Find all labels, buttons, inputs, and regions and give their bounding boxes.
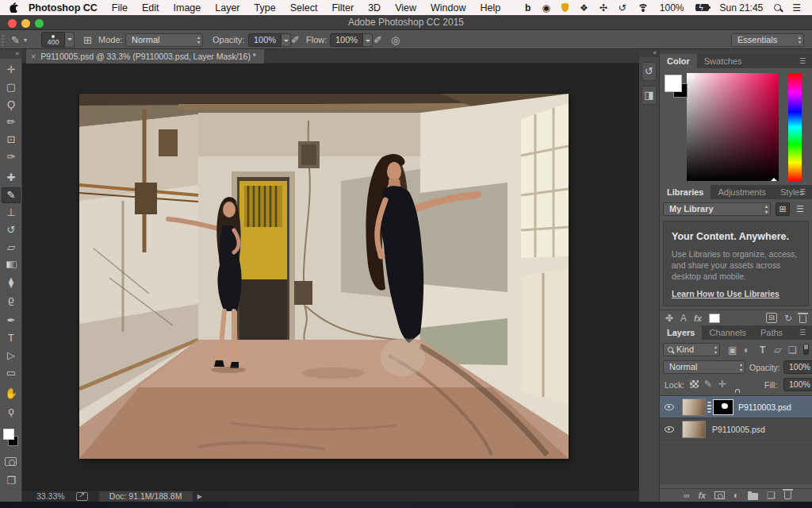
- battery-icon[interactable]: ϟ: [690, 4, 714, 11]
- filter-adjustment-icon[interactable]: ◐: [744, 344, 749, 356]
- add-graphic-icon[interactable]: ✤: [665, 312, 673, 325]
- shape-tool[interactable]: ▭: [2, 365, 21, 381]
- filter-type-icon[interactable]: T: [760, 344, 765, 356]
- opacity-field[interactable]: 100%: [248, 30, 291, 49]
- adobe-stock-icon[interactable]: St: [766, 313, 777, 323]
- menu-help[interactable]: Help: [473, 2, 508, 13]
- libraries-panel-menu-icon[interactable]: ☰: [799, 189, 809, 196]
- close-window-button[interactable]: [8, 19, 17, 28]
- pen-tool[interactable]: ✒: [2, 313, 21, 329]
- color-foreground-swatch[interactable]: [665, 75, 682, 92]
- options-grip[interactable]: [2, 30, 4, 49]
- add-layer-mask-icon[interactable]: [714, 491, 725, 499]
- eraser-tool[interactable]: ▱: [2, 240, 21, 256]
- layer-blend-mode-select[interactable]: Normal: [663, 360, 745, 374]
- filter-shape-icon[interactable]: ▱: [774, 344, 781, 356]
- spot-healing-tool[interactable]: ✚: [2, 170, 21, 186]
- screen-mode-icon[interactable]: ❐: [2, 473, 21, 489]
- quick-mask-mode-icon[interactable]: [5, 457, 17, 466]
- zoom-tool[interactable]: ϙ: [2, 403, 21, 419]
- history-panel-icon[interactable]: ↺: [642, 62, 657, 81]
- layer-thumbnail[interactable]: [682, 421, 706, 438]
- layer-opacity-field[interactable]: 100%: [783, 360, 812, 374]
- tab-layers[interactable]: Layers: [660, 325, 702, 340]
- library-list-view-icon[interactable]: ☰: [793, 202, 807, 216]
- toolbar-collapse-icon[interactable]: »: [0, 49, 21, 59]
- tab-paths[interactable]: Paths: [753, 325, 790, 340]
- workspace-select[interactable]: Essentials: [731, 30, 804, 49]
- tab-libraries[interactable]: Libraries: [660, 185, 710, 199]
- zoom-level-field[interactable]: 33.33%: [36, 491, 65, 501]
- move-tool[interactable]: ✛: [2, 62, 21, 78]
- delete-layer-icon[interactable]: [784, 491, 791, 499]
- wifi-icon[interactable]: [632, 4, 654, 12]
- flow-field[interactable]: 100%: [330, 30, 373, 49]
- layer-mask-link-icon[interactable]: [707, 402, 711, 413]
- dock-expand-icon[interactable]: «: [639, 49, 659, 57]
- brush-panel-toggle-icon[interactable]: ⊞: [79, 30, 96, 49]
- tool-preset-brush-icon[interactable]: ✎▾: [7, 30, 27, 49]
- library-learn-link[interactable]: Learn How to Use Libraries: [664, 282, 808, 298]
- menu-filter[interactable]: Filter: [324, 2, 361, 13]
- layers-panel-menu-icon[interactable]: ☰: [799, 329, 809, 337]
- backblaze-icon[interactable]: b: [519, 2, 536, 13]
- apple-logo-icon[interactable]: [10, 2, 18, 13]
- creative-cloud-icon[interactable]: ◉: [536, 2, 555, 13]
- layer-name[interactable]: P9110005.psd: [712, 425, 765, 434]
- crop-tool[interactable]: ⊡: [2, 132, 21, 148]
- add-color-swatch-icon[interactable]: [709, 314, 720, 323]
- filter-pixel-icon[interactable]: ▣: [728, 344, 737, 356]
- menu-file[interactable]: File: [105, 2, 135, 13]
- canvas-pasteboard[interactable]: [22, 64, 639, 490]
- marquee-tool[interactable]: ▢: [2, 79, 21, 95]
- menu-image[interactable]: Image: [167, 2, 209, 13]
- menu-window[interactable]: Window: [423, 2, 473, 13]
- color-panel-menu-icon[interactable]: ☰: [799, 58, 809, 65]
- shield-icon[interactable]: [556, 3, 574, 12]
- menu-edit[interactable]: Edit: [135, 2, 167, 13]
- spotlight-icon[interactable]: [768, 4, 787, 11]
- hand-tool[interactable]: ✋: [2, 386, 21, 402]
- lock-transparency-icon[interactable]: [690, 380, 699, 388]
- color-saturation-field[interactable]: [687, 73, 779, 181]
- layer-visibility-eye-icon[interactable]: [660, 426, 679, 433]
- new-group-icon[interactable]: [748, 493, 758, 500]
- time-machine-icon[interactable]: ↺: [613, 2, 632, 13]
- layer-row-p9110005[interactable]: P9110005.psd: [660, 418, 812, 441]
- menu-layer[interactable]: Layer: [208, 2, 247, 13]
- blur-tool[interactable]: ⧫: [2, 275, 21, 291]
- layer-thumbnail[interactable]: [682, 398, 706, 416]
- menu-3d[interactable]: 3D: [361, 2, 388, 13]
- layer-name[interactable]: P9110003.psd: [738, 402, 791, 412]
- airbrush-icon[interactable]: ✐: [370, 30, 386, 49]
- share-icon[interactable]: [76, 492, 88, 501]
- pressure-opacity-icon[interactable]: ✐: [287, 30, 304, 49]
- layer-row-p9110003[interactable]: P9110003.psd: [660, 396, 812, 418]
- brush-size-picker[interactable]: 400: [41, 30, 75, 49]
- dropbox-icon[interactable]: ❖: [574, 2, 594, 13]
- doc-size-readout[interactable]: Doc: 91.1M/188.8M: [99, 491, 193, 502]
- new-layer-icon[interactable]: ❏: [767, 489, 776, 502]
- menu-select[interactable]: Select: [283, 2, 325, 13]
- notification-center-icon[interactable]: ☰: [787, 2, 812, 13]
- minimize-window-button[interactable]: [21, 19, 30, 28]
- hue-strip[interactable]: [788, 73, 802, 181]
- canvas-image[interactable]: [79, 94, 569, 459]
- color-picker-marker[interactable]: [688, 74, 694, 79]
- status-options-arrow[interactable]: ▶: [197, 493, 202, 500]
- gradient-tool[interactable]: [2, 257, 21, 273]
- history-brush-tool[interactable]: ↺: [2, 222, 21, 238]
- blend-mode-select[interactable]: Normal: [125, 30, 203, 49]
- close-tab-icon[interactable]: ×: [31, 49, 36, 64]
- add-layer-style-icon[interactable]: fx: [694, 314, 702, 323]
- pressure-size-icon[interactable]: ◎: [387, 30, 404, 49]
- lasso-tool[interactable]: Ϙ: [2, 97, 21, 113]
- menu-photoshop[interactable]: Photoshop CC: [21, 2, 105, 13]
- library-trash-icon[interactable]: [799, 315, 806, 323]
- properties-panel-icon[interactable]: ◨: [642, 86, 657, 105]
- lock-paint-icon[interactable]: ✎: [704, 378, 712, 391]
- layer-visibility-eye-icon[interactable]: [660, 404, 679, 410]
- type-tool[interactable]: T: [2, 330, 21, 346]
- menu-type[interactable]: Type: [247, 2, 283, 13]
- tab-color[interactable]: Color: [660, 54, 697, 68]
